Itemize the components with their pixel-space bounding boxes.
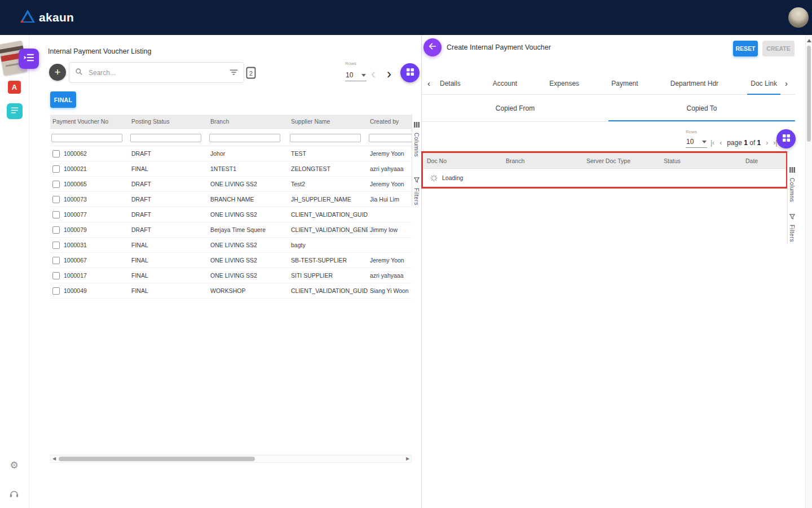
tab-scroll-left-icon[interactable]: ‹ (427, 78, 430, 88)
user-avatar[interactable] (788, 7, 809, 28)
tab-payment[interactable]: Payment (608, 73, 641, 95)
prev-page-icon[interactable]: ‹ (371, 66, 376, 82)
column-header[interactable]: Status (660, 157, 742, 164)
search-input[interactable] (87, 68, 225, 77)
table-cell: 1000065 (50, 181, 129, 188)
filter-input-branch[interactable] (209, 134, 280, 142)
row-checkbox[interactable] (52, 242, 60, 249)
column-header[interactable]: Payment Voucher No (50, 118, 129, 125)
tab-doc-link[interactable]: Doc Link (747, 73, 780, 95)
akaun-logo-icon (20, 10, 35, 25)
filter-input-supplier-name[interactable] (290, 134, 361, 142)
sidebar-item-listing[interactable] (7, 103, 23, 119)
tab-account[interactable]: Account (489, 73, 520, 95)
filter-input-posting-status[interactable] (130, 134, 201, 142)
reset-button[interactable]: RESET (733, 41, 758, 56)
row-checkbox[interactable] (52, 226, 60, 234)
table-row[interactable]: 1000031FINALONE LIVING SS2bagty (50, 238, 412, 253)
sidebar-menu-button[interactable] (19, 49, 39, 69)
row-checkbox[interactable] (52, 287, 60, 295)
column-header[interactable]: Doc No (423, 157, 502, 164)
column-header[interactable]: Posting Status (129, 118, 208, 125)
table-row[interactable]: 1000077DRAFTONE LIVING SS2CLIENT_VALIDAT… (50, 207, 412, 222)
row-checkbox[interactable] (52, 150, 60, 157)
table-row[interactable]: 1000073DRAFTBRANCH NAMEJH_SUPPLIER_NAMEJ… (50, 192, 412, 207)
scrollbar-thumb[interactable] (59, 457, 255, 461)
back-button[interactable] (423, 38, 442, 56)
column-header[interactable]: Supplier Name (289, 118, 368, 125)
filters-toggle[interactable]: Filters (412, 175, 421, 205)
final-filter-button[interactable]: FINAL (50, 91, 76, 108)
brand-logo[interactable]: akaun (20, 10, 74, 25)
columns-toggle[interactable]: Columns (412, 120, 421, 157)
rows-per-page-value: 10 (346, 71, 353, 79)
table-row[interactable]: 1000017FINALONE LIVING SS2SITI SUPPLIERa… (50, 268, 412, 283)
table-row[interactable]: 1000079DRAFTBerjaya Time SquereCLIENT_VA… (50, 222, 412, 238)
table-cell: 1NTEST1 (208, 165, 289, 172)
table-row[interactable]: 1000067FINALONE LIVING SS2SB-TEST-SUPPLI… (50, 253, 412, 268)
row-checkbox[interactable] (52, 181, 60, 188)
rows-per-page-select[interactable]: 10 (345, 69, 367, 81)
column-header[interactable]: Branch (502, 157, 582, 164)
column-header[interactable]: Server Doc Type (582, 157, 660, 164)
next-page-icon[interactable]: › (387, 66, 391, 82)
column-header[interactable]: Created by (368, 118, 412, 125)
table-row[interactable]: 1000065DRAFTONE LIVING SS2Test2Jeremy Yo… (50, 177, 412, 192)
table-row[interactable]: 1000021FINAL1NTEST1ZELONGTESTazri yahyaa… (50, 161, 412, 177)
table-cell: bagty (289, 242, 368, 248)
column-header[interactable]: Branch (208, 118, 289, 125)
search-box (69, 62, 244, 83)
scroll-right-icon[interactable]: ▶ (404, 456, 411, 462)
scrollbar-track[interactable] (58, 456, 404, 462)
scrollbar-thumb[interactable] (807, 46, 811, 142)
filter-row (50, 129, 412, 146)
grid-view-button[interactable] (776, 129, 796, 148)
settings-gear-icon[interactable]: ⚙ (8, 460, 20, 471)
funnel-icon (414, 175, 420, 185)
svg-text:2: 2 (249, 70, 253, 77)
tab-department-hdr[interactable]: Department Hdr (667, 73, 722, 95)
subtab-copied-from[interactable]: Copied From (422, 96, 608, 121)
first-page-icon[interactable]: |‹ (710, 139, 714, 147)
horizontal-scrollbar[interactable]: ◀ ▶ (50, 455, 412, 463)
row-checkbox[interactable] (52, 196, 60, 203)
tab-scroll-right-icon[interactable]: › (785, 78, 788, 88)
row-checkbox[interactable] (52, 165, 60, 173)
table-cell: ONE LIVING SS2 (208, 272, 289, 279)
row-checkbox[interactable] (52, 272, 60, 279)
table-cell: JH_SUPPLIER_NAME (289, 196, 368, 203)
add-button[interactable]: + (49, 64, 66, 81)
multi-select-icon[interactable]: 2 (246, 67, 257, 80)
row-checkbox[interactable] (52, 257, 60, 264)
support-headset-icon[interactable] (9, 489, 20, 500)
filter-list-icon[interactable] (230, 68, 238, 78)
sidebar-item-pdf[interactable]: A (8, 81, 21, 94)
loading-row: Loading (423, 169, 786, 187)
filter-input-voucher-no[interactable] (51, 134, 122, 142)
prev-page-icon[interactable]: ‹ (720, 139, 722, 147)
column-header[interactable]: Date (742, 157, 786, 164)
vertical-scrollbar[interactable] (805, 35, 812, 508)
table-cell: Test2 (289, 181, 368, 187)
filters-label: Filters (413, 188, 420, 205)
next-page-icon[interactable]: › (766, 139, 768, 147)
table-cell: ONE LIVING SS2 (208, 257, 289, 264)
columns-toggle[interactable]: Columns (788, 165, 796, 202)
table-row[interactable]: 1000062DRAFTJohorTESTJeremy Yoon (50, 146, 412, 161)
table-cell: 1000062 (50, 150, 129, 157)
filter-input-created-by[interactable] (369, 134, 412, 142)
create-button[interactable]: CREATE (762, 41, 795, 56)
scroll-left-icon[interactable]: ◀ (51, 456, 58, 462)
scroll-up-icon[interactable] (807, 39, 811, 42)
row-checkbox[interactable] (52, 211, 60, 218)
subtab-copied-to[interactable]: Copied To (608, 96, 795, 121)
grid-view-button[interactable] (400, 63, 420, 82)
tab-details[interactable]: Details (436, 73, 464, 95)
filters-label: Filters (789, 225, 795, 242)
table-row[interactable]: 1000049FINALWORKSHOPCLIENT_VALIDATION_GU… (50, 283, 412, 299)
table-cell: FINAL (129, 242, 208, 248)
table-cell: SB-TEST-SUPPLIER (289, 257, 368, 264)
filters-toggle[interactable]: Filters (788, 212, 796, 242)
rows-per-page-select[interactable]: 10 (686, 136, 707, 148)
tab-expenses[interactable]: Expenses (546, 73, 582, 95)
